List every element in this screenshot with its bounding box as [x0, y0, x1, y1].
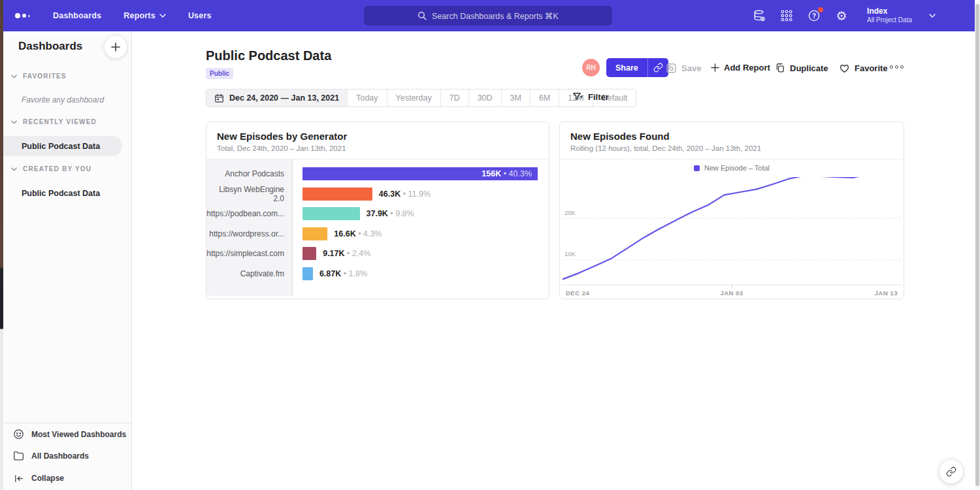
svg-text:JAN 03: JAN 03 — [720, 289, 743, 297]
gear-glyph: ⚙ — [836, 10, 847, 22]
card-subtitle: Rolling (12 hours), total, Dec 24th, 202… — [570, 144, 893, 152]
nav-reports[interactable]: Reports — [123, 11, 166, 20]
share-button[interactable]: Share — [606, 58, 647, 77]
sidebar-footer: Most Viewed Dashboards All Dashboards Co… — [3, 423, 131, 490]
collapse-label: Collapse — [31, 474, 64, 483]
bar-chart-row: https://podbean.com... 37.9K • 9.8% — [206, 204, 549, 224]
new-dashboard-button[interactable] — [105, 36, 127, 58]
copy-icon — [775, 63, 785, 73]
date-preset-yesterday[interactable]: Yesterday — [387, 90, 440, 106]
recently-viewed-label: RECENTLY VIEWED — [23, 118, 97, 125]
all-dashboards-button[interactable]: All Dashboards — [3, 445, 131, 466]
duplicate-label: Duplicate — [790, 63, 828, 73]
bar-category-label: https://wordpress.or... — [206, 229, 293, 238]
apps-grid-icon[interactable] — [779, 8, 794, 23]
nav-reports-label: Reports — [123, 11, 155, 20]
most-viewed-dashboards-button[interactable]: Most Viewed Dashboards — [3, 423, 131, 445]
link-icon — [946, 466, 956, 477]
sidebar-title: Dashboards — [18, 40, 82, 53]
nav-users[interactable]: Users — [188, 11, 212, 20]
notification-badge — [818, 7, 823, 12]
save-label: Save — [681, 63, 701, 73]
settings-gear-icon[interactable]: ⚙ — [834, 8, 849, 23]
date-range-picker[interactable]: Dec 24, 2020 — Jan 13, 2021 — [206, 90, 347, 106]
chevron-down-icon — [929, 14, 936, 18]
svg-text:DEC 24: DEC 24 — [566, 289, 589, 297]
copy-page-link-button[interactable] — [939, 460, 963, 483]
bar-area: 16.6K • 4.3% — [302, 227, 549, 240]
card-header: New Episodes Found Rolling (12 hours), t… — [560, 122, 904, 159]
sidebar-item-recent-dashboard[interactable]: Public Podcast Data — [3, 136, 122, 156]
bar[interactable]: 156K • 40.3% — [302, 167, 538, 180]
chart-legend[interactable]: New Episode – Total — [560, 159, 904, 176]
created-by-you-label: CREATED BY YOU — [23, 165, 91, 172]
data-sources-icon[interactable] — [752, 8, 766, 23]
save-button[interactable]: Save — [666, 63, 701, 74]
project-switcher[interactable]: Index All Project Data — [867, 7, 936, 25]
help-icon[interactable]: ? — [807, 8, 821, 23]
project-name: Index — [867, 7, 912, 16]
duplicate-button[interactable]: Duplicate — [775, 63, 828, 73]
bar-area: 6.87K • 1.8% — [302, 267, 549, 280]
topbar-utilities: ? ⚙ Index All Project Data — [752, 0, 936, 31]
date-preset-7d[interactable]: 7D — [440, 90, 468, 106]
bar-category-label: https://simplecast.com — [206, 249, 293, 258]
date-preset-6m[interactable]: 6M — [530, 90, 559, 106]
filter-button[interactable]: Filter — [572, 91, 609, 102]
copy-share-link-button[interactable] — [647, 58, 668, 77]
share-button-group: Share — [606, 58, 668, 77]
chevron-down-icon — [11, 74, 17, 78]
page-title: Public Podcast Data — [206, 48, 331, 63]
sidebar-item-label: Public Podcast Data — [22, 189, 100, 198]
favorites-label: FAVORITES — [23, 73, 67, 80]
more-actions-button[interactable] — [890, 65, 904, 69]
sidebar-item-created-dashboard[interactable]: Public Podcast Data — [3, 183, 122, 203]
bar-category-label: Anchor Podcasts — [206, 169, 293, 178]
section-favorites[interactable]: FAVORITES — [3, 73, 131, 80]
scrollbar-thumb[interactable] — [975, 4, 979, 486]
section-recently-viewed[interactable]: RECENTLY VIEWED — [3, 118, 131, 125]
bar-category-label: Libsyn WebEngine 2.0 — [206, 185, 293, 203]
date-preset-today[interactable]: Today — [347, 90, 386, 106]
app-logo[interactable] — [15, 13, 37, 18]
bar[interactable] — [302, 267, 313, 280]
date-preset-3m[interactable]: 3M — [501, 90, 530, 106]
bar-value: 9.17K • 2.4% — [323, 249, 370, 258]
bar[interactable] — [302, 227, 327, 240]
primary-nav: Dashboards Reports Users — [53, 11, 212, 20]
bar[interactable] — [302, 188, 372, 201]
calendar-icon — [214, 93, 224, 103]
favorite-label: Favorite — [855, 63, 888, 73]
collapse-sidebar-button[interactable]: Collapse — [3, 466, 131, 490]
bar-chart-row: Anchor Podcasts 156K • 40.3% — [206, 164, 549, 184]
bar-chart-row: Libsyn WebEngine 2.0 46.3K • 11.9% — [206, 184, 549, 204]
bar-chart-row: https://wordpress.or... 16.6K • 4.3% — [206, 224, 549, 244]
report-card-new-episodes-found[interactable]: New Episodes Found Rolling (12 hours), t… — [559, 122, 904, 299]
line-chart: 10K20K30KDEC 24JAN 03JAN 13 — [562, 177, 902, 299]
link-icon — [653, 63, 663, 73]
chevron-down-icon — [11, 167, 17, 171]
folder-icon — [13, 450, 24, 461]
add-report-button[interactable]: Add Report — [711, 63, 770, 73]
nav-dashboards-label: Dashboards — [53, 11, 101, 20]
page-scrollbar[interactable] — [975, 0, 980, 490]
bar-area: 46.3K • 11.9% — [302, 188, 549, 201]
favorite-button[interactable]: Favorite — [839, 63, 888, 74]
card-title: New Episodes by Generator — [217, 131, 538, 142]
chevron-down-icon — [159, 14, 166, 18]
visibility-badge: Public — [206, 68, 233, 79]
plus-icon — [111, 42, 120, 52]
line-chart-svg[interactable]: 10K20K30KDEC 24JAN 03JAN 13 — [562, 177, 902, 299]
global-search-input[interactable]: Search Dashboards & Reports ⌘K — [364, 6, 612, 25]
report-card-new-episodes-by-generator[interactable]: New Episodes by Generator Total, Dec 24t… — [206, 122, 549, 299]
date-preset-30d[interactable]: 30D — [468, 90, 501, 106]
bar[interactable] — [302, 247, 316, 260]
bar-value: 6.87K • 1.8% — [319, 269, 367, 278]
smiley-icon — [13, 429, 24, 440]
bar-area: 37.9K • 9.8% — [302, 207, 549, 220]
bar[interactable] — [302, 207, 360, 220]
heart-icon — [839, 63, 850, 74]
avatar[interactable]: RH — [582, 59, 600, 76]
nav-dashboards[interactable]: Dashboards — [53, 11, 101, 20]
section-created-by-you[interactable]: CREATED BY YOU — [3, 165, 131, 172]
